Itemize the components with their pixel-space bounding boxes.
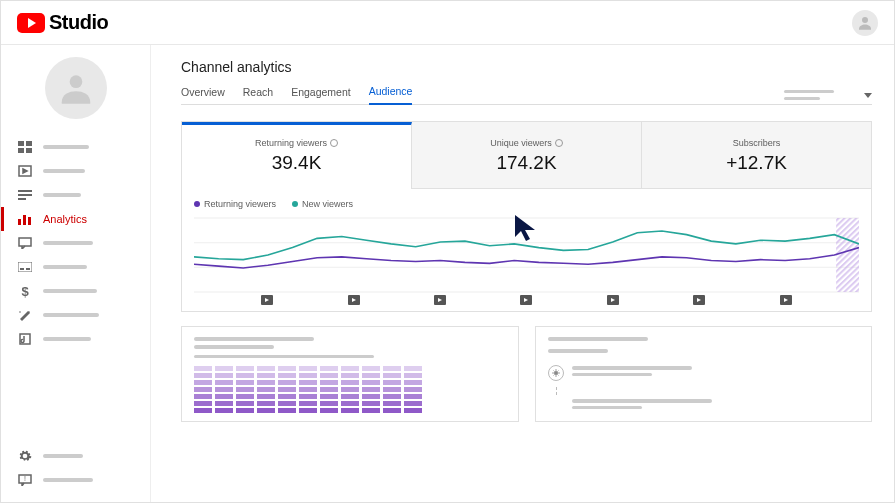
legend-dot-icon	[194, 201, 200, 207]
content-icon	[17, 165, 33, 177]
audio-icon	[17, 333, 33, 345]
sidebar-label-placeholder	[43, 313, 99, 317]
sidebar-label-placeholder	[43, 337, 91, 341]
list-item	[548, 399, 860, 413]
wand-icon	[17, 309, 33, 321]
playlist-icon	[17, 189, 33, 201]
sidebar-item-monetization[interactable]: $	[1, 279, 150, 303]
svg-rect-2	[18, 141, 24, 146]
main-content: Channel analytics Overview Reach Engagem…	[151, 45, 894, 502]
topbar: Studio	[1, 1, 894, 45]
card-title-placeholder	[548, 337, 648, 341]
svg-rect-9	[18, 198, 26, 200]
chevron-down-icon	[864, 93, 872, 98]
sidebar-item-playlists[interactable]	[1, 183, 150, 207]
video-markers	[194, 295, 859, 305]
svg-rect-16	[26, 268, 30, 270]
kpi-value: 39.4K	[182, 152, 411, 174]
sidebar-item-content[interactable]	[1, 159, 150, 183]
video-marker-icon[interactable]	[434, 295, 446, 305]
video-marker-icon[interactable]	[693, 295, 705, 305]
sidebar-label-placeholder	[43, 265, 87, 269]
sidebar-item-feedback[interactable]: !	[1, 468, 150, 492]
svg-rect-27	[836, 218, 859, 292]
kpi-value: 174.2K	[412, 152, 641, 174]
tab-overview[interactable]: Overview	[181, 86, 225, 104]
video-marker-icon[interactable]	[607, 295, 619, 305]
svg-point-0	[862, 17, 868, 23]
kpi-tab-unique-viewers[interactable]: Unique viewers 174.2K	[412, 122, 642, 189]
channel-avatar[interactable]	[45, 57, 107, 119]
comments-icon	[17, 237, 33, 249]
card-top-content[interactable]	[535, 326, 873, 422]
feedback-icon: !	[17, 474, 33, 486]
cursor-icon	[513, 213, 539, 243]
sidebar-label-placeholder	[43, 454, 83, 458]
sidebar-label-placeholder	[43, 289, 97, 293]
page-title: Channel analytics	[181, 59, 872, 75]
chart-legend: Returning viewers New viewers	[194, 199, 859, 209]
svg-rect-12	[28, 217, 31, 225]
video-marker-icon[interactable]	[348, 295, 360, 305]
dollar-icon: $	[17, 285, 33, 297]
sidebar-item-audio[interactable]	[1, 327, 150, 351]
svg-rect-3	[26, 141, 32, 146]
svg-point-17	[28, 311, 30, 313]
sidebar-item-comments[interactable]	[1, 231, 150, 255]
legend-returning: Returning viewers	[194, 199, 276, 209]
svg-rect-11	[23, 215, 26, 225]
gear-icon	[17, 450, 33, 462]
sidebar-label-placeholder	[43, 145, 89, 149]
kpi-tab-returning-viewers[interactable]: Returning viewers 39.4K	[182, 122, 412, 189]
bug-icon	[548, 365, 564, 381]
sidebar-item-label: Analytics	[43, 213, 87, 225]
svg-rect-14	[18, 262, 32, 272]
sidebar-item-analytics[interactable]: Analytics	[1, 207, 150, 231]
svg-rect-13	[19, 238, 31, 246]
dashboard-icon	[17, 141, 33, 153]
svg-point-1	[69, 75, 82, 88]
svg-text:!: !	[24, 475, 26, 482]
kpi-value: +12.7K	[642, 152, 871, 174]
heatmap-chart	[194, 366, 506, 413]
app-name: Studio	[49, 11, 108, 34]
svg-rect-5	[26, 148, 32, 153]
card-subtitle-placeholder	[194, 345, 274, 349]
subtitles-icon	[17, 261, 33, 273]
card-title-placeholder	[194, 337, 314, 341]
legend-new: New viewers	[292, 199, 353, 209]
list-item	[548, 365, 860, 381]
kpi-label: Unique viewers	[490, 138, 552, 148]
sidebar-item-customization[interactable]	[1, 303, 150, 327]
kpi-tab-subscribers[interactable]: Subscribers +12.7K	[642, 122, 871, 189]
card-text-placeholder	[194, 355, 374, 358]
account-avatar[interactable]	[852, 10, 878, 36]
sidebar: Analytics $ !	[1, 45, 151, 502]
tab-bar: Overview Reach Engagement Audience	[181, 85, 872, 105]
svg-rect-15	[20, 268, 24, 270]
svg-rect-7	[18, 190, 32, 192]
tab-reach[interactable]: Reach	[243, 86, 273, 104]
video-marker-icon[interactable]	[520, 295, 532, 305]
sidebar-item-subtitles[interactable]	[1, 255, 150, 279]
sidebar-label-placeholder	[43, 169, 85, 173]
card-subtitle-placeholder	[548, 349, 608, 353]
video-marker-icon[interactable]	[261, 295, 273, 305]
svg-point-28	[554, 371, 558, 375]
tab-audience[interactable]: Audience	[369, 85, 413, 105]
sidebar-item-settings[interactable]	[1, 444, 150, 468]
sidebar-item-dashboard[interactable]	[1, 135, 150, 159]
date-range-picker[interactable]	[784, 90, 872, 104]
sidebar-label-placeholder	[43, 478, 93, 482]
sidebar-label-placeholder	[43, 193, 81, 197]
logo[interactable]: Studio	[17, 11, 108, 34]
video-marker-icon[interactable]	[780, 295, 792, 305]
card-watch-time[interactable]	[181, 326, 519, 422]
analytics-icon	[17, 213, 33, 225]
info-icon[interactable]	[555, 139, 563, 147]
svg-rect-10	[18, 219, 21, 225]
info-icon[interactable]	[330, 139, 338, 147]
tab-engagement[interactable]: Engagement	[291, 86, 351, 104]
svg-rect-4	[18, 148, 24, 153]
svg-rect-8	[18, 194, 32, 196]
